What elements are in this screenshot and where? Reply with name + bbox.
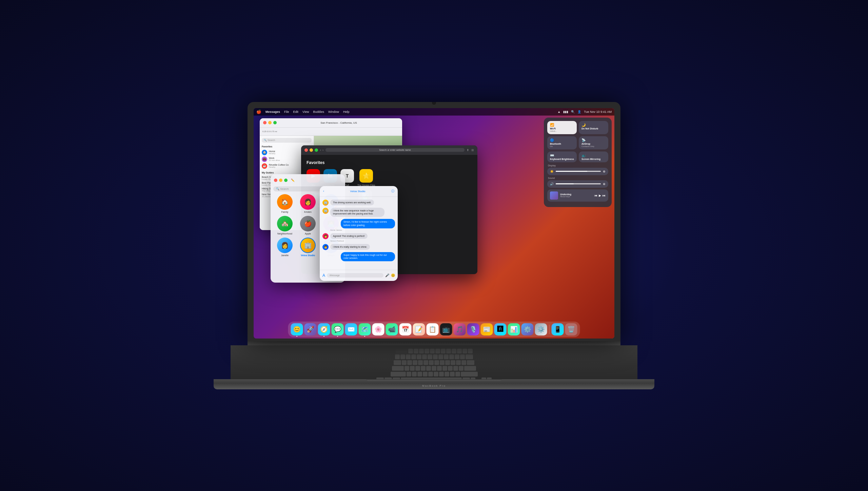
messages-input-field[interactable]: iMessage <box>327 273 383 278</box>
music-next-btn[interactable]: ⏭ <box>603 194 606 197</box>
browser-forward-btn[interactable]: › <box>322 148 323 152</box>
dock-app-screentime[interactable]: 📱 <box>552 323 564 335</box>
cc-sm-label: Screen Mirroring <box>581 158 606 160</box>
dock-app-podcasts[interactable]: 🎙️ <box>467 323 479 335</box>
cc-keyboard-tile[interactable]: ⌨️ Keyboard Brightness <box>547 151 577 162</box>
contact-family[interactable]: 🏠 Family <box>275 194 295 213</box>
key-backslash <box>467 360 474 365</box>
music-play-btn[interactable]: ▶ <box>599 194 601 197</box>
dock-app-trash[interactable]: 🗑️ <box>565 323 577 335</box>
messages-chat-list: 🏢 The driving scenes are working well. 🏢… <box>320 197 398 270</box>
key-a <box>405 366 409 371</box>
browser-back-btn[interactable]: ‹ <box>320 148 321 152</box>
contact-neighborhood[interactable]: 🏘️ Neighborhood <box>275 216 295 235</box>
dock-app-finder[interactable]: 😊 <box>291 323 303 335</box>
browser-share-btn[interactable]: ⬆ <box>467 148 469 152</box>
messages-input-placeholder: iMessage <box>330 274 340 277</box>
key-period <box>450 372 455 376</box>
browser-tabs-btn[interactable]: ⊞ <box>471 148 474 152</box>
apple-menu[interactable]: 🍎 <box>256 109 261 114</box>
user-menu-icon[interactable]: 👤 <box>577 110 581 114</box>
cc-wifi-label: Wi-Fi <box>550 127 574 130</box>
key-c <box>417 372 422 376</box>
dock-app-mail[interactable]: ✉️ <box>345 323 357 335</box>
contact-veloa[interactable]: 🏢 Veloa Studio <box>298 238 318 257</box>
dock-app-news[interactable]: 📰 <box>481 323 493 335</box>
msg-row-4: 👩 Agreed! The ending is perfect! <box>322 233 395 239</box>
wifi-status-icon[interactable]: ▲ <box>557 110 560 114</box>
maps-minimize-btn[interactable] <box>268 121 272 124</box>
msg-row-1: 🏢 The driving scenes are working well. <box>322 200 395 206</box>
contact-kristen[interactable]: 👩 Kristen <box>298 194 318 213</box>
fav-design-files[interactable]: 🌟 The Design Files <box>357 169 375 186</box>
bluetooth-icon: 🔵 <box>550 138 574 142</box>
maps-home-sub: Nearby <box>269 152 275 155</box>
dock-app-appletv[interactable]: 📺 <box>440 323 452 335</box>
browser-minimize-btn[interactable] <box>310 148 313 152</box>
messages-back-btn[interactable]: ‹ <box>323 189 324 193</box>
menu-edit[interactable]: Edit <box>293 110 299 114</box>
dock-app-facetime[interactable]: 📹 <box>386 323 398 335</box>
menu-app-name[interactable]: Messages <box>265 110 280 114</box>
dock-app-calendar[interactable]: 📅 <box>399 323 412 335</box>
cc-wifi-tile[interactable]: 📶 Wi-Fi Infiniti... <box>547 121 577 134</box>
dock-app-launchpad[interactable]: 🚀 <box>304 323 317 335</box>
contact-apple[interactable]: 🍎 Apple <box>298 216 318 235</box>
menu-window[interactable]: Window <box>328 110 339 114</box>
dock-app-maps[interactable]: 🗺️ <box>359 323 371 335</box>
menu-help[interactable]: Help <box>343 110 350 114</box>
key-f4 <box>425 349 429 353</box>
menu-bar-left: 🍎 Messages File Edit View Buddies Window… <box>256 109 349 114</box>
msg-row-5: 👨 I think it's really starting to shine. <box>322 244 395 250</box>
cc-screen-mirror-tile[interactable]: 📺 Screen Mirroring <box>579 151 608 162</box>
dock-app-xcode[interactable]: ⚙️ <box>521 323 534 335</box>
dock-app-messages[interactable]: 💬 <box>332 323 344 335</box>
dock-app-reminders[interactable]: 📋 <box>427 323 439 335</box>
messages-apps-btn[interactable]: A <box>322 273 325 278</box>
cc-dnd-tile[interactable]: 🌙 Do Not Disturb <box>579 121 608 134</box>
maps-close-btn[interactable] <box>263 121 267 124</box>
browser-fullscreen-btn[interactable] <box>315 148 318 152</box>
menu-view[interactable]: View <box>302 110 309 114</box>
maps-search-box[interactable]: 🔍 Search <box>262 138 312 143</box>
appletv-icon: 📺 <box>442 326 450 333</box>
menu-file[interactable]: File <box>284 110 289 114</box>
dock-app-numbers[interactable]: 📊 <box>508 323 520 335</box>
contacts-minimize-btn[interactable] <box>279 179 282 182</box>
dock-app-music[interactable]: 🎵 <box>454 323 466 335</box>
dock-app-notes[interactable]: 📝 <box>413 323 425 335</box>
maps-title: San Francisco - California, US <box>279 121 399 124</box>
sound-slider[interactable] <box>556 183 601 184</box>
brightness-slider[interactable] <box>556 171 601 172</box>
key-minus <box>455 354 459 359</box>
cc-bluetooth-tile[interactable]: 🔵 Bluetooth On <box>547 136 577 149</box>
messages-audio-btn[interactable]: 🎤 <box>385 273 389 277</box>
msg-row-6: Super happy to lock this rough cut for o… <box>322 252 395 262</box>
mail-icon: ✉️ <box>348 326 355 333</box>
music-prev-btn[interactable]: ⏮ <box>594 194 597 197</box>
dock-app-safari[interactable]: 🧭 <box>318 323 330 335</box>
maps-home-icon: 🏠 <box>262 150 267 155</box>
menu-buddies[interactable]: Buddies <box>313 110 324 114</box>
search-menu-icon[interactable]: 🔍 <box>571 110 575 114</box>
contact-janelle[interactable]: 👩 Janelle <box>275 238 295 257</box>
browser-close-btn[interactable] <box>304 148 308 152</box>
key-y <box>429 360 434 365</box>
messages-emoji-btn[interactable]: 😊 <box>391 273 395 277</box>
dock-app-photos[interactable]: 🌸 <box>372 323 384 335</box>
key-f6 <box>435 349 440 353</box>
key-m <box>439 372 444 376</box>
key-rb <box>461 360 466 365</box>
key-o <box>445 360 450 365</box>
dock-app-sysprefs[interactable]: ⚙️ <box>535 323 547 335</box>
screentime-icon: 📱 <box>554 326 561 333</box>
maps-fullscreen-btn[interactable] <box>273 121 277 124</box>
contacts-new-msg-btn[interactable]: ✏️ <box>291 179 295 182</box>
contacts-close-btn[interactable] <box>274 179 277 182</box>
browser-url-bar[interactable]: Search or enter website name <box>326 148 465 152</box>
contacts-fullscreen-btn[interactable] <box>284 179 288 182</box>
messages-info-btn[interactable]: ⓘ <box>391 189 394 193</box>
dock-app-appstore[interactable]: 🅰 <box>494 323 507 335</box>
screen-mirror-icon: 📺 <box>581 154 606 157</box>
cc-airdrop-tile[interactable]: 📡 AirDrop Contacts Only <box>579 136 608 149</box>
